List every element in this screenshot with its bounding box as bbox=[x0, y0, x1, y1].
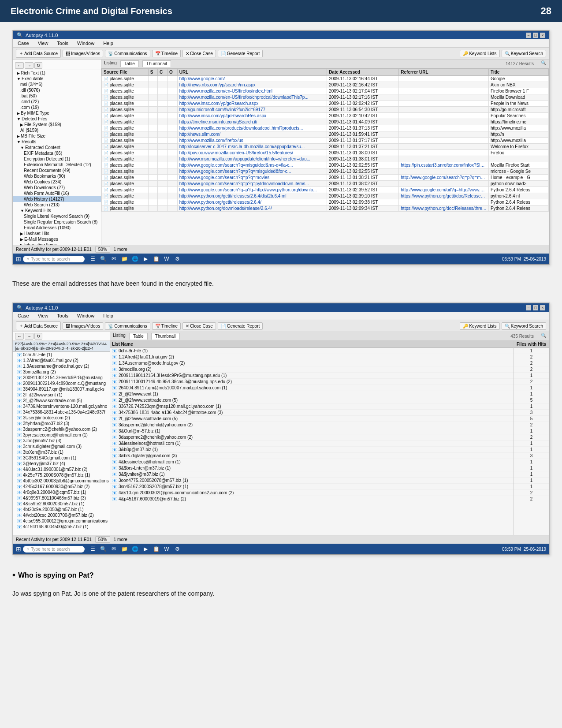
tree-item-deleted[interactable]: ▼Deleted Files bbox=[13, 116, 101, 122]
menu-case[interactable]: Case bbox=[16, 40, 31, 46]
list-item[interactable]: 📧4c:sc955.000012@qm.qm.communications bbox=[13, 518, 110, 524]
taskbar-icon-media[interactable]: ▶ bbox=[141, 254, 150, 263]
search-icon-2[interactable]: 🔍 bbox=[541, 333, 546, 340]
close-btn-1[interactable]: × bbox=[540, 33, 545, 38]
taskbar-icon-search-2[interactable]: 🔍 bbox=[99, 545, 108, 553]
tree-item-msi[interactable]: msi (2/4=6) bbox=[13, 82, 101, 87]
communications-btn-2[interactable]: 📡 Communications bbox=[105, 322, 150, 330]
table-row[interactable]: 📄 places.sqlite http://www.python.org/ge… bbox=[102, 193, 549, 199]
tree-back-btn[interactable]: ← bbox=[15, 62, 24, 69]
menu-view-2[interactable]: View bbox=[36, 313, 50, 319]
file-row[interactable]: 📧3&Ourl@m-57.biz (1) bbox=[110, 428, 514, 434]
table-row[interactable]: 📄 places.sqlite http://go.microsoft.com/… bbox=[102, 107, 549, 113]
taskbar-icon-word-2[interactable]: W bbox=[162, 545, 171, 553]
tree-item-cmd[interactable]: .cmd (22) bbox=[13, 99, 101, 105]
tree-item-keyword[interactable]: ▼Keyword Hits bbox=[13, 208, 101, 213]
tree-item-extracted[interactable]: ▼Extracted Content bbox=[13, 145, 101, 150]
table-row[interactable]: 📄 places.sqlite http://news.nbs.com/yp/s… bbox=[102, 82, 549, 88]
menu-case-2[interactable]: Case bbox=[16, 313, 31, 319]
menu-view[interactable]: View bbox=[36, 40, 50, 46]
menu-help-2[interactable]: Help bbox=[101, 313, 115, 319]
file-row[interactable]: 📧200911190112154.3Hesdc9PrG@mustang.nps.… bbox=[110, 373, 514, 379]
timeline-btn[interactable]: 📅 Timeline bbox=[152, 50, 181, 57]
list-item[interactable]: 📧34736.MotorsInventons-120.mail.gcl.yahn… bbox=[13, 403, 110, 409]
list-item[interactable]: 📧4245c3167.6000930@m57.biz (2) bbox=[13, 484, 110, 489]
menu-help[interactable]: Help bbox=[101, 40, 115, 46]
taskbar-icon-mail[interactable]: ✉ bbox=[109, 254, 118, 263]
list-item[interactable]: 📧1.3Ausername@node.fnai.gov (2) bbox=[13, 363, 110, 369]
table-row[interactable]: 📄 places.sqlite http://www.imsc.com/yp/g… bbox=[102, 113, 549, 119]
taskbar-icon-search[interactable]: 🔍 bbox=[99, 254, 108, 263]
list-item[interactable]: 📧4r0q0e3.200040@cqm57.biz (1) bbox=[13, 489, 110, 495]
file-row[interactable]: 📧3sn45167.2000S2078@m57.biz (1) bbox=[110, 484, 514, 490]
table-row[interactable]: 📄 places.sqlite http://www.google.com/se… bbox=[102, 162, 549, 168]
list-item[interactable]: 📧3G3591S4Cdgmail.com (1) bbox=[13, 455, 110, 461]
tree-item-recent[interactable]: Recent Documents (49) bbox=[13, 168, 101, 173]
tree-item-dll[interactable]: .dll (5076) bbox=[13, 87, 101, 93]
taskbar-search-1[interactable]: ○ Type here to search bbox=[23, 256, 85, 262]
table-row[interactable]: 📄 places.sqlite http://www.python.org/do… bbox=[102, 205, 549, 212]
taskbar-icon-files[interactable]: 📁 bbox=[120, 254, 129, 263]
taskbar-icon-menu-2[interactable]: ☰ bbox=[88, 545, 97, 553]
windows-icon-1[interactable]: ⊞ bbox=[16, 255, 21, 262]
list-item[interactable]: 📧384904.89117.qm@mls133007.mail.gcl-s bbox=[13, 386, 110, 392]
tree-back-btn-2[interactable]: ← bbox=[15, 333, 24, 340]
file-row[interactable]: 📧2f_@2fwww.scnt (1) bbox=[110, 391, 514, 397]
tree-refresh-btn[interactable]: ↻ bbox=[34, 62, 42, 69]
list-item[interactable]: 📧3toXen@m37.biz (1) bbox=[13, 449, 110, 455]
table-row[interactable]: 📄 places.sqlite http://www.google.com/se… bbox=[102, 187, 549, 193]
list-item[interactable]: 📧3chris.diglater@gmail.com (3) bbox=[13, 444, 110, 449]
file-row[interactable]: 📧3&$jvnlter@m37.biz (1) bbox=[110, 471, 514, 478]
file-row[interactable]: 📧34x75386-1831-4abc-a136-4abc24@introtoe… bbox=[110, 410, 514, 416]
search-text-1[interactable]: Type here to search bbox=[31, 257, 70, 261]
file-row[interactable]: 📧3daspermc2@chehik@yahoo.com (2) bbox=[110, 422, 514, 428]
list-item[interactable]: 📧2009113012154.3Hesdc9PrG@mustang bbox=[13, 375, 110, 381]
table-row[interactable]: 📄 places.sqlite http://www.imsc.com/yp/g… bbox=[102, 101, 549, 107]
table-row[interactable]: 📄 places.sqlite http://www.mozilla.com/e… bbox=[102, 88, 549, 94]
tree-item-webhistory[interactable]: Web History (14127) bbox=[13, 196, 101, 202]
tree-item-com[interactable]: .com (19) bbox=[13, 105, 101, 110]
taskbar-icon-browser[interactable]: 🌐 bbox=[130, 254, 139, 263]
list-item[interactable]: 📧3daspermc2@chehik@yahoo.com (2) bbox=[13, 426, 110, 432]
tree-item-mb[interactable]: ▶MB File Size bbox=[13, 133, 101, 139]
taskbar-icon-calendar-2[interactable]: 📋 bbox=[152, 545, 160, 553]
list-item[interactable]: 📧4#v:bt20csc.20000700@m57.biz (2) bbox=[13, 512, 110, 518]
minimize-btn-2[interactable]: − bbox=[526, 305, 531, 310]
table-row[interactable]: 📄 places.sqlite http://www.msn.mozilla.c… bbox=[102, 156, 549, 162]
taskbar-icon-word[interactable]: W bbox=[162, 254, 171, 263]
file-row[interactable]: 📧4&p45167.60003019@m57.biz (2) bbox=[110, 496, 514, 502]
list-item[interactable]: 📧3pyresalecomp@hotmail.com (1) bbox=[13, 432, 110, 438]
list-item[interactable]: 📧4&0.lac31.0900301@m57.biz (2) bbox=[13, 467, 110, 472]
windows-icon-2[interactable]: ⊞ bbox=[16, 545, 21, 553]
menu-tools[interactable]: Tools bbox=[55, 40, 70, 46]
table-row[interactable]: 📄 places.sqlite http://www.google.com/ 2… bbox=[102, 76, 549, 82]
taskbar-icon-browser-2[interactable]: 🌐 bbox=[130, 545, 139, 553]
taskbar-icon-menu[interactable]: ☰ bbox=[88, 254, 97, 263]
keyword-search-btn-2[interactable]: 🔍 Keyword Search bbox=[502, 322, 546, 330]
file-row[interactable]: 📧264004.89117.qm@mds100007.mail.gcl.yaho… bbox=[110, 385, 514, 391]
file-row[interactable]: 📧3oon4775.200052078@m57.biz (1) bbox=[110, 478, 514, 484]
images-videos-btn-2[interactable]: 🖼 Images/Videos bbox=[63, 322, 103, 330]
tree-item-ai[interactable]: AI ($159) bbox=[13, 127, 101, 133]
close-case-btn[interactable]: ✕ Close Case bbox=[182, 50, 216, 57]
list-item[interactable]: 📧4c15t3168.9004500@m57.biz (1) bbox=[13, 524, 110, 530]
tree-item-websearch[interactable]: Web Search (213) bbox=[13, 202, 101, 208]
table-row[interactable]: 📄 places.sqlite http://www.google.com/se… bbox=[102, 168, 549, 175]
list-item[interactable]: 📧3@terry@m37.biz (4) bbox=[13, 461, 110, 467]
taskbar-icon-media-2[interactable]: ▶ bbox=[141, 545, 150, 553]
list-item[interactable]: 📧2f_@2fwww.scottrade.com (5) bbox=[13, 398, 110, 403]
menu-window-2[interactable]: Window bbox=[75, 313, 96, 319]
tree-forward-btn-2[interactable]: → bbox=[25, 333, 33, 340]
thumbnail-tab-2[interactable]: Thumbnail bbox=[151, 333, 180, 340]
file-row[interactable]: 📧3dmozilla.org (2) bbox=[110, 366, 514, 373]
tree-item-cookies[interactable]: Web Cookies (234) bbox=[13, 179, 101, 185]
tree-item-downloads[interactable]: Web Downloads (27) bbox=[13, 185, 101, 190]
file-row[interactable]: 📧4&lessineleos@hotmail.com (1) bbox=[110, 459, 514, 465]
tree-item-email[interactable]: Email Addresses (1090) bbox=[13, 225, 101, 231]
table-row[interactable]: 📄 places.sqlite http://www.mozilla.com/f… bbox=[102, 138, 549, 144]
table-row[interactable]: 📄 places.sqlite http://www.mozilla.com/p… bbox=[102, 125, 549, 131]
tree-item-filesystem[interactable]: ▶File System ($159) bbox=[13, 122, 101, 127]
file-row[interactable]: 📧1.2Afred@fau01.fnai.gov (2) bbox=[110, 354, 514, 360]
table-row[interactable]: 📄 places.sqlite http://www.mozilla.com/e… bbox=[102, 94, 549, 101]
list-item[interactable]: 📧3ftyhrfan@mo37.bi2 (3) bbox=[13, 421, 110, 426]
